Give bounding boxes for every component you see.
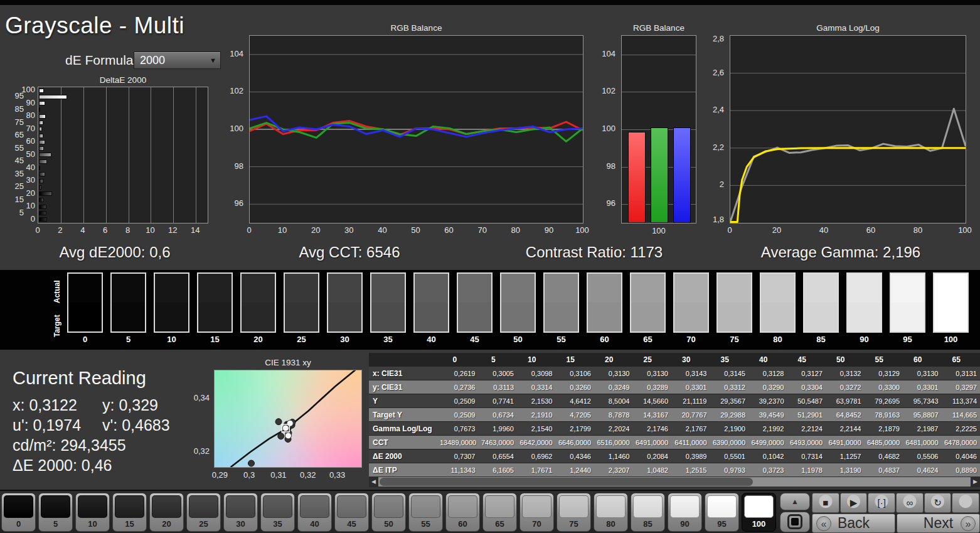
table-column-header: 25 [633,353,672,366]
chevron-up-icon: ▲ [791,497,799,506]
patch-button-85[interactable]: 85 [631,493,665,532]
cie-svg [215,370,361,467]
patch-button-95[interactable]: 95 [705,493,739,532]
patch-button-80[interactable]: 80 [594,493,628,532]
reading-de-value: 0,46 [82,456,112,474]
indicator-button[interactable] [952,493,979,513]
table-column-header: 55 [865,353,903,366]
strip-actual-half [415,274,448,303]
table-cell: 6478,0000 [942,436,980,449]
rgb-line-y-tick-label: 104 [230,49,243,58]
scroll-right-icon[interactable]: ▶ [971,476,980,487]
strip-swatch-label: 15 [197,335,233,344]
refresh-button[interactable]: ↻ [924,493,952,513]
table-cell: 1,1460 [594,450,633,463]
cie-x-tick-label: 0,33 [326,470,349,480]
calibration-screen: Grayscale - Multi dE Formula: 2000 ▼ Del… [0,0,980,533]
de-formula-dropdown[interactable]: 2000 ▼ [134,51,221,69]
patch-button-70[interactable]: 70 [519,493,554,532]
rgb-line-x-tick-label: 10 [274,225,291,235]
next-button[interactable]: Next » [897,514,980,533]
table-column-header: 60 [903,353,942,366]
table-cell: 78,9163 [865,408,903,421]
deltae-y-tick-label: 35 [15,169,24,178]
back-button[interactable]: « Back [812,514,895,533]
patch-button-40[interactable]: 40 [297,493,332,532]
patch-button-35[interactable]: 35 [260,493,295,532]
deltae-gridline [106,87,107,223]
patch-color-swatch [448,495,477,518]
scroll-left-icon[interactable]: ◀ [369,476,378,487]
table-cell: 6411,0000 [671,436,710,449]
avg-cct-stat: Avg CCT: 6546 [255,244,444,261]
deltae-y-tick-label: 85 [15,104,24,114]
patch-button-25[interactable]: 25 [186,493,221,532]
patch-window-button[interactable] [780,512,810,532]
patch-button-90[interactable]: 90 [668,493,702,532]
strip-swatch-label: 90 [846,335,882,344]
strip-actual-half [674,274,708,303]
patch-button-55[interactable]: 55 [408,493,443,532]
patch-button-30[interactable]: 30 [223,493,258,532]
infinity-button[interactable]: ∞ [896,493,924,513]
patch-button-5[interactable]: 5 [38,493,73,532]
patch-color-swatch [596,495,626,518]
deltae-bar [39,159,47,164]
patch-up-button[interactable]: ▲ [780,493,810,510]
patch-button-65[interactable]: 65 [482,493,517,532]
table-cell: 0,3289 [633,380,672,394]
stop-button[interactable]: ■ [812,493,839,513]
table-row-label: Gamma Log/Log [369,422,440,435]
patch-button-60[interactable]: 60 [445,493,480,532]
strip-target-half [588,303,621,331]
table-row-label: Y [369,394,440,407]
table-cell: 1,2515 [671,463,710,476]
scrollbar-track[interactable] [378,477,971,487]
strip-swatch-10 [154,272,189,333]
patch-button-10[interactable]: 10 [75,493,110,532]
cie-x-axis: 0,290,30,310,320,33 [214,470,363,480]
patch-button-100[interactable]: 100 [742,493,776,532]
table-column-header: 15 [556,353,595,366]
strip-swatch-5 [110,272,146,333]
table-cell: 1,7671 [517,463,556,476]
reading-uv: u': 0,1974 v': 0,4683 [13,416,210,436]
strip-swatch-45 [457,272,493,333]
gamma-y-tick-label: 2 [720,180,724,189]
patch-button-15[interactable]: 15 [112,493,147,532]
table-cell: 0,3301 [903,380,942,394]
table-row-label: ΔE 2000 [369,450,440,463]
table-cell: 0,2736 [440,380,479,394]
strip-swatch-30 [327,272,363,333]
strip-target-half [68,303,102,331]
table-cell: 0,4624 [903,463,942,476]
strip-swatch-50 [500,272,536,333]
table-cell: 6493,0000 [787,436,826,449]
table-cell: 2,1767 [671,422,710,435]
table-row: Y0,25090,77412,15304,64128,500414,566021… [369,394,980,407]
strip-target-half [415,303,448,331]
patch-button-75[interactable]: 75 [557,493,591,532]
patch-button-0[interactable]: 0 [1,493,36,532]
table-cell: 0,3312 [710,380,749,394]
table-cell: 0,2509 [440,394,479,407]
strip-actual-half [631,274,664,303]
rgb-balance-line-title: RGB Balance [249,23,583,33]
table-cell: 7463,0000 [479,436,518,449]
patch-button-label: 100 [742,519,775,529]
deltae-y-tick-label: 80 [26,110,35,120]
patch-button-45[interactable]: 45 [334,493,369,532]
table-cell: 95,8807 [903,408,942,421]
table-cell: 21,1119 [671,394,710,407]
gamma-y-axis: 1,822,22,42,62,8 [704,35,728,223]
strip-target-half [371,303,405,331]
table-cell: 2,1992 [748,422,787,435]
table-cell: 0,3130 [903,367,942,380]
strip-swatch-25 [284,272,319,333]
patch-button-20[interactable]: 20 [149,493,184,532]
marker-button[interactable]: [·] [868,493,895,513]
gamma-x-axis: 020406080100 [730,225,967,235]
patch-button-50[interactable]: 50 [371,493,406,532]
scrollbar-thumb[interactable] [380,478,753,486]
play-button[interactable]: ▶ [840,493,868,513]
